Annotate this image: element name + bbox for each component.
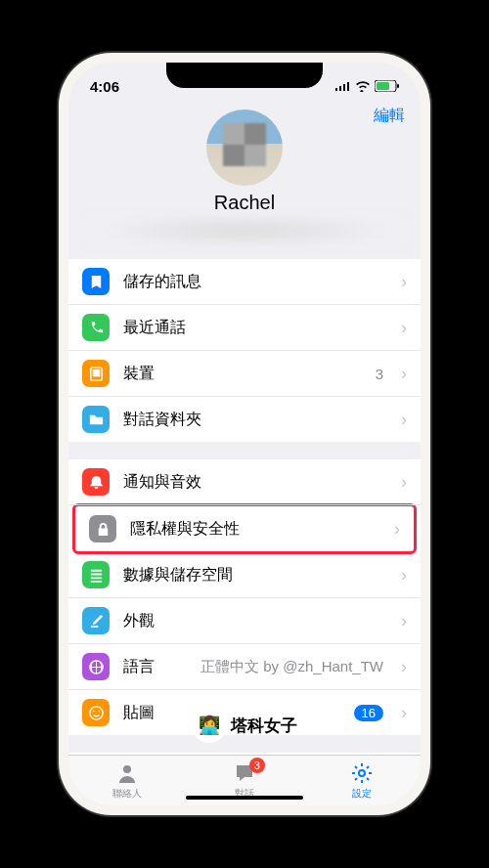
tab-settings[interactable]: 設定 [303, 756, 421, 805]
brush-icon [82, 607, 110, 634]
phone-frame: 4:06 編輯 Rachel 儲存的訊息 › 最近通話 › 裝置 3 › 對話資… [59, 53, 430, 815]
settings-row-bell[interactable]: 通知與音效 › [68, 459, 421, 505]
settings-row-phone[interactable]: 最近通話 › [68, 305, 421, 351]
settings-row-globe[interactable]: 語言 正體中文 by @zh_Hant_TW › [68, 644, 421, 690]
settings-group: 詢問問題 › [68, 753, 421, 755]
profile-subtitle [82, 216, 407, 245]
settings-row-data[interactable]: 數據與儲存空間 › [68, 552, 421, 598]
chevron-right-icon: › [401, 611, 407, 631]
phone-icon [82, 314, 110, 341]
settings-row-bookmark[interactable]: 儲存的訊息 › [68, 259, 421, 305]
edit-button[interactable]: 編輯 [374, 106, 405, 126]
phone-screen: 4:06 編輯 Rachel 儲存的訊息 › 最近通話 › 裝置 3 › 對話資… [68, 63, 421, 805]
chevron-right-icon: › [401, 657, 407, 677]
home-indicator [186, 796, 303, 800]
settings-icon [350, 761, 374, 785]
settings-row-chat[interactable]: 詢問問題 › [68, 753, 421, 755]
contacts-icon [115, 761, 139, 785]
row-label: 數據與儲存空間 [123, 565, 387, 586]
row-label: 最近通話 [123, 318, 387, 338]
row-label: 裝置 [123, 364, 362, 384]
chevron-right-icon: › [401, 410, 407, 430]
row-value: 正體中文 by @zh_Hant_TW [200, 658, 383, 676]
chevron-right-icon: › [401, 318, 407, 338]
settings-list[interactable]: 儲存的訊息 › 最近通話 › 裝置 3 › 對話資料夾 › 通知與音效 › [68, 259, 421, 755]
settings-row-sticker[interactable]: 貼圖 16 › [68, 690, 421, 735]
settings-group: 儲存的訊息 › 最近通話 › 裝置 3 › 對話資料夾 › [68, 259, 421, 442]
wifi-icon [355, 81, 371, 92]
chevron-right-icon: › [401, 703, 407, 723]
profile-name: Rachel [82, 192, 407, 214]
notch [166, 63, 323, 88]
bookmark-icon [82, 268, 110, 295]
settings-row-lock[interactable]: 隱私權與安全性 › [75, 506, 414, 551]
row-label: 隱私權與安全性 [130, 519, 380, 540]
folder-icon [82, 406, 110, 433]
row-label: 外觀 [123, 611, 387, 631]
settings-group: 通知與音效 › 隱私權與安全性 › 數據與儲存空間 › 外觀 › 語言 正體中文… [68, 459, 421, 735]
signal-icon [334, 81, 351, 92]
chevron-right-icon: › [394, 519, 400, 540]
tab-badge: 3 [249, 758, 265, 773]
row-badge: 16 [354, 705, 383, 721]
svg-point-10 [359, 770, 365, 776]
data-icon [82, 561, 110, 588]
svg-point-7 [92, 710, 94, 712]
device-icon [82, 360, 110, 387]
settings-row-folder[interactable]: 對話資料夾 › [68, 397, 421, 442]
tab-contacts[interactable]: 聯絡人 [68, 756, 186, 805]
row-label: 對話資料夾 [123, 410, 387, 430]
row-value: 3 [376, 366, 383, 382]
highlight-privacy: 隱私權與安全性 › [72, 503, 417, 554]
svg-rect-2 [397, 84, 399, 88]
svg-rect-1 [377, 82, 389, 90]
svg-point-8 [98, 710, 100, 712]
globe-icon [82, 653, 110, 680]
status-icons [334, 80, 399, 92]
status-time: 4:06 [90, 78, 119, 95]
chevron-right-icon: › [401, 364, 407, 384]
battery-icon [375, 80, 399, 92]
tab-label: 設定 [352, 787, 372, 801]
chevron-right-icon: › [401, 565, 407, 586]
bell-icon [82, 468, 110, 496]
settings-row-brush[interactable]: 外觀 › [68, 598, 421, 644]
avatar[interactable] [206, 109, 283, 186]
chevron-right-icon: › [401, 272, 407, 292]
tab-label: 聯絡人 [112, 787, 142, 801]
svg-point-9 [123, 765, 131, 773]
row-label: 通知與音效 [123, 472, 387, 493]
row-label: 貼圖 [123, 703, 340, 723]
row-label: 儲存的訊息 [123, 272, 387, 292]
svg-rect-4 [92, 369, 100, 376]
chevron-right-icon: › [401, 472, 407, 493]
profile-header: 編輯 Rachel [68, 102, 421, 259]
row-label: 語言 [123, 657, 187, 677]
sticker-icon [82, 699, 110, 726]
svg-point-6 [89, 706, 102, 718]
settings-row-device[interactable]: 裝置 3 › [68, 351, 421, 397]
lock-icon [89, 515, 116, 542]
